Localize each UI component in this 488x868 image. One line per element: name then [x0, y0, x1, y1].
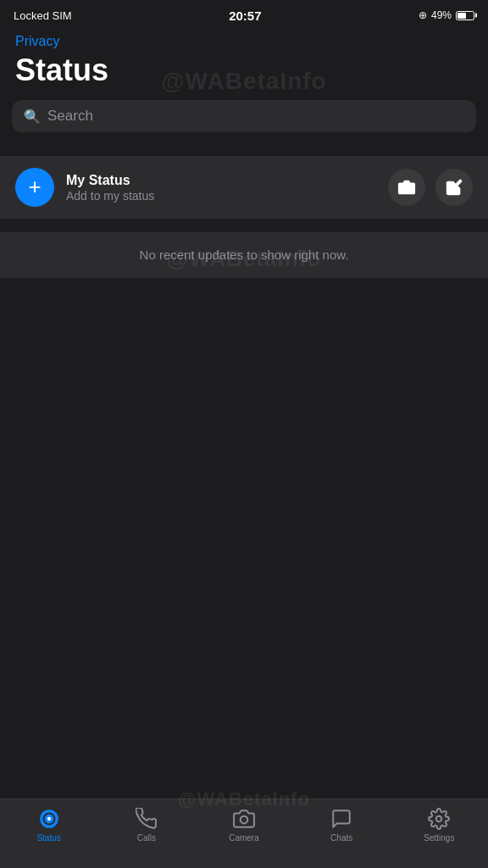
globe-icon: ⊕ [419, 9, 427, 21]
status-tab-label: Status [36, 833, 60, 843]
tab-bar: Status Calls Camera Chats [0, 798, 488, 868]
settings-tab-icon [428, 808, 450, 830]
battery-percent: 49% [431, 9, 452, 21]
chats-icon [330, 808, 352, 830]
settings-icon [428, 808, 450, 830]
time-label: 20:57 [229, 8, 261, 23]
search-placeholder: Search [47, 108, 93, 125]
tab-settings[interactable]: Settings [391, 808, 488, 843]
svg-point-5 [436, 816, 442, 822]
search-icon: 🔍 [24, 108, 41, 125]
no-updates-text: No recent updates to show right now. [140, 248, 349, 262]
edit-action-button[interactable] [435, 169, 473, 206]
status-bar-right: ⊕ 49% [419, 9, 474, 21]
my-status-section: + My Status Add to my status [0, 156, 488, 219]
tab-chats[interactable]: Chats [293, 808, 391, 843]
my-status-title: My Status [66, 173, 154, 188]
calls-tab-icon [136, 808, 158, 830]
status-tab-icon [38, 808, 60, 830]
battery-icon [456, 11, 474, 20]
tab-camera[interactable]: Camera [195, 808, 292, 843]
page-title: Status [15, 53, 473, 88]
my-status-actions [388, 169, 473, 206]
no-updates-section: No recent updates to show right now. [0, 232, 488, 278]
search-container: 🔍 Search [0, 93, 488, 142]
plus-icon: + [28, 175, 41, 198]
status-bar: Locked SIM 20:57 ⊕ 49% [0, 0, 488, 31]
camera-tab-icon-svg [233, 808, 255, 830]
my-status-text: My Status Add to my status [66, 173, 154, 203]
tab-status[interactable]: Status [0, 808, 97, 843]
svg-point-0 [403, 185, 409, 191]
svg-point-4 [241, 816, 248, 824]
add-status-button[interactable]: + [15, 168, 54, 207]
chats-tab-icon [330, 808, 352, 830]
calls-icon [136, 808, 158, 830]
settings-tab-label: Settings [424, 833, 454, 843]
camera-action-button[interactable] [388, 169, 425, 206]
search-bar[interactable]: 🔍 Search [12, 100, 476, 132]
camera-tab-icon [233, 808, 255, 830]
header: Privacy Status [0, 31, 488, 93]
my-status-subtitle: Add to my status [66, 189, 154, 203]
section-gap [0, 142, 488, 156]
camera-icon [397, 178, 416, 197]
svg-point-3 [47, 817, 50, 821]
camera-tab-label: Camera [229, 833, 259, 843]
status-icon [38, 808, 60, 830]
back-link[interactable]: Privacy [15, 34, 473, 49]
calls-tab-label: Calls [137, 833, 156, 843]
carrier-label: Locked SIM [14, 9, 72, 22]
tab-calls[interactable]: Calls [97, 808, 195, 843]
chats-tab-label: Chats [330, 833, 352, 843]
my-status-left: + My Status Add to my status [15, 168, 154, 207]
pencil-icon [445, 178, 463, 197]
